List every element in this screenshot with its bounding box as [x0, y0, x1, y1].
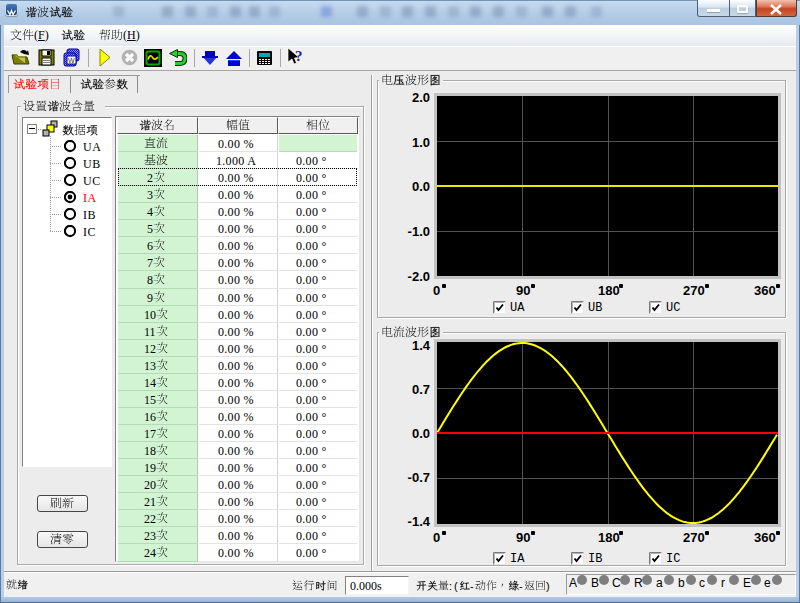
svg-text:W: W	[68, 57, 75, 64]
svg-text:(: (	[454, 580, 458, 592]
svg-text:?: ?	[295, 48, 303, 64]
svg-text::: :	[449, 580, 452, 592]
svg-text:): )	[546, 580, 550, 592]
svg-text:-: -	[470, 580, 474, 592]
svg-text:-: -	[519, 580, 523, 592]
